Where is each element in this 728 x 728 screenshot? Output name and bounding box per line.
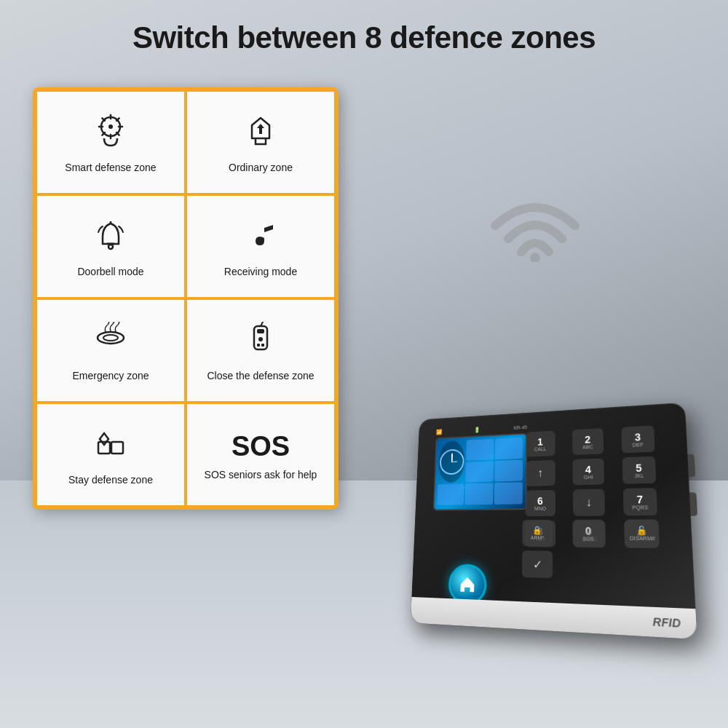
screen-tile-2 [495,438,523,459]
svg-rect-20 [261,344,264,347]
zone-cell-stay: Stay defense zone [37,404,184,505]
zone-cell-ordinary: Ordinary zone [187,92,334,193]
bottom-keypad: 🔒ARM* 0SOS 🔓DISARM# ✓ [522,519,678,582]
key-0[interactable]: 0SOS [572,520,605,547]
wifi-signal-icon [488,182,582,262]
page-title: Switch between 8 defence zones [0,20,728,55]
doorbell-label: Doorbell mode [77,265,143,278]
security-device-container: 📶 🔋 KR-45 [397,298,688,684]
emergency-label: Emergency zone [72,369,149,382]
receiving-icon [242,218,279,259]
zone-cell-smart-defense: Smart defense zone [37,92,184,193]
key-arm[interactable]: 🔒ARM* [522,520,553,547]
svg-rect-17 [257,329,264,333]
screen-tile-3 [494,459,523,481]
screen-tile-6 [465,483,493,505]
key-up[interactable]: ↑ [526,460,555,486]
zone-cell-sos: SOS SOS seniors ask for help [187,404,334,505]
key-3[interactable]: 3DEF [621,425,654,453]
wifi-status-icon: 📶 [436,429,443,435]
svg-point-0 [530,253,540,262]
screen-tile-7 [494,483,523,505]
svg-rect-19 [257,344,260,347]
screen-tile-1 [466,439,494,461]
rfid-label: RFID [652,615,681,630]
svg-point-2 [108,124,113,129]
emergency-icon [92,322,129,363]
key-down[interactable]: ↓ [573,489,605,516]
screen-clock [438,440,465,483]
side-button-2[interactable] [689,492,697,515]
device-screen [433,433,527,511]
key-2[interactable]: 2ABC [572,428,604,455]
zone-cell-close: Close the defense zone [187,300,334,401]
screen-display [435,435,526,510]
doorbell-icon [92,218,129,259]
ordinary-label: Ordinary zone [229,161,293,174]
zone-cell-doorbell: Doorbell mode [37,196,184,297]
svg-point-14 [98,332,124,344]
zone-card: Smart defense zone Ordinary zone [33,87,339,510]
key-5[interactable]: 5JKL [622,456,657,484]
smart-defense-label: Smart defense zone [65,161,156,174]
key-4[interactable]: 4GHI [572,458,604,485]
svg-rect-23 [111,442,123,454]
svg-point-12 [108,245,113,249]
stay-defense-label: Stay defense zone [68,473,153,486]
sos-label: SOS seniors ask for help [205,468,317,481]
key-6[interactable]: 6MNO [525,490,555,516]
screen-tile-5 [466,461,494,483]
battery-status-icon: 🔋 [474,427,480,433]
key-1[interactable]: 1CALL [526,431,555,457]
svg-point-18 [258,337,263,341]
side-button-1[interactable] [687,454,695,478]
svg-point-15 [103,335,118,341]
zone-cell-emergency: Emergency zone [37,300,184,401]
smart-defense-icon [92,114,129,155]
close-defense-label: Close the defense zone [207,369,314,382]
zone-cell-receiving: Receiving mode [187,196,334,297]
stay-defense-icon [92,426,129,467]
key-7[interactable]: 7PQRS [623,488,657,515]
key-check[interactable]: ✓ [522,550,553,578]
zone-grid: Smart defense zone Ordinary zone [37,92,334,505]
device-bottom-bar: RFID [411,597,697,639]
close-defense-icon [242,322,279,363]
receiving-label: Receiving mode [224,265,297,278]
sos-icon: SOS [232,431,290,462]
security-device: 📶 🔋 KR-45 [411,403,697,639]
key-disarm[interactable]: 🔓DISARM# [625,519,660,547]
ordinary-icon [242,114,279,155]
screen-tile-4 [437,484,464,505]
